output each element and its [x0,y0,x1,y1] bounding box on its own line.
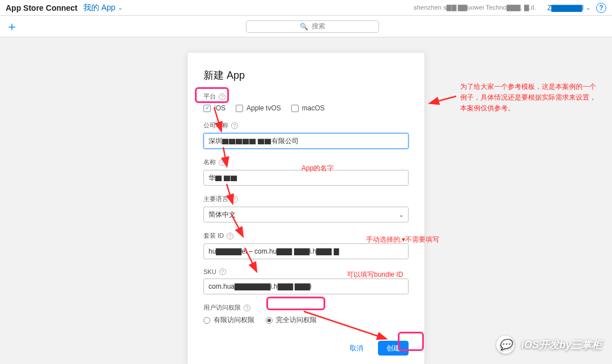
language-group: 主要语言? 简体中文 ⌄ [203,195,409,222]
create-button[interactable]: 创建 [378,341,409,356]
bundle-select[interactable]: hu▇▇▇▇▇ei – com.hu▇▇▇ ▇▇▇i.h▇▇▇ ▇ ⌄ [203,243,409,259]
search-placeholder: 搜索 [312,22,325,31]
bundle-value: hu▇▇▇▇▇ei – com.hu▇▇▇ ▇▇▇i.h▇▇▇ ▇ [209,247,339,255]
annotation-text: 手动选择的,▾不需要填写 [366,234,439,245]
sku-label: SKU [203,268,216,275]
search-icon: 🔍 [300,23,308,31]
access-label: 用户访问权限 [203,303,241,312]
company-group: 公司名称? [203,121,409,149]
name-label: 名称 [203,158,216,166]
add-app-button[interactable]: ＋ [6,20,18,33]
watermark-text: iOS开发by三掌柜 [521,338,602,352]
language-select[interactable]: 简体中文 ⌄ [203,207,409,222]
help-icon[interactable]: ? [596,3,606,13]
access-group: 用户访问权限? 有限访问权限 完全访问权限 [203,303,409,325]
company-input[interactable] [203,133,409,149]
platform-ios[interactable]: ✓ iOS [203,104,226,112]
checkbox-icon [291,105,299,112]
search-input[interactable]: 🔍 搜索 [246,20,379,33]
platform-tvos[interactable]: Apple tvOS [236,104,281,112]
language-label: Z▇▇▇▇▇▇l [547,4,584,12]
company-label: 公司名称 [203,121,228,130]
chevron-down-icon: ⌄ [586,5,590,11]
language-menu[interactable]: Z▇▇▇▇▇▇l ⌄ [547,4,590,12]
platform-ios-label: iOS [214,104,226,112]
platform-group: 平台? ✓ iOS Apple tvOS macOS [203,92,409,112]
access-limited-label: 有限访问权限 [214,315,254,325]
radio-icon [203,317,210,324]
access-full-radio[interactable]: 完全访问权限 [266,315,317,325]
chevron-down-icon: ⌄ [399,212,403,218]
help-icon[interactable]: ? [219,159,226,166]
my-apps-label: 我的 App [83,3,116,13]
radio-icon [266,317,273,324]
help-icon[interactable]: ? [227,233,233,239]
access-full-label: 完全访问权限 [276,315,317,325]
svg-line-1 [431,96,456,103]
access-limited-radio[interactable]: 有限访问权限 [203,315,254,325]
annotation-text: 可以填写bundle ID [347,269,403,280]
language-label: 主要语言 [203,195,228,203]
help-icon[interactable]: ? [219,93,226,100]
sku-input[interactable] [203,279,409,294]
top-nav: App Store Connect 我的 App ⌄ shenzhen s▇▇ … [0,0,612,16]
help-icon[interactable]: ? [244,305,250,311]
help-icon[interactable]: ? [231,122,238,129]
checkbox-icon: ✓ [203,105,211,112]
new-app-modal: 新建 App 平台? ✓ iOS Apple tvOS macOS 公司名称? … [187,52,425,364]
modal-title: 新建 App [203,68,409,82]
modal-buttons: 取消 创建 [203,341,409,356]
platform-macos-label: macOS [302,104,325,112]
account-name[interactable]: shenzhen s▇▇ ▇▇uowei Techno▇▇▇, ▇.d. [414,4,536,11]
brand-title: App Store Connect [6,3,78,12]
bundle-label: 套装 ID [203,232,224,240]
platform-label: 平台 [203,92,216,101]
help-icon[interactable]: ? [219,268,226,275]
platform-tvos-label: Apple tvOS [246,104,281,112]
platform-macos[interactable]: macOS [291,104,325,112]
annotation-text: 为了给大家一个参考模板，这是本案例的一个例子，具体情况还是要根据实际需求来设置，… [460,82,596,114]
help-icon[interactable]: ? [231,196,238,203]
tool-row: ＋ 🔍 搜索 [0,16,612,37]
chevron-down-icon: ⌄ [118,5,122,11]
annotation-text: App的名字 [301,163,334,174]
wechat-icon: 💬 [496,336,515,354]
checkbox-icon [236,105,243,112]
cancel-button[interactable]: 取消 [342,341,371,356]
language-value: 简体中文 [209,210,236,220]
watermark: 💬 iOS开发by三掌柜 [496,336,602,354]
my-apps-link[interactable]: 我的 App ⌄ [83,3,122,13]
